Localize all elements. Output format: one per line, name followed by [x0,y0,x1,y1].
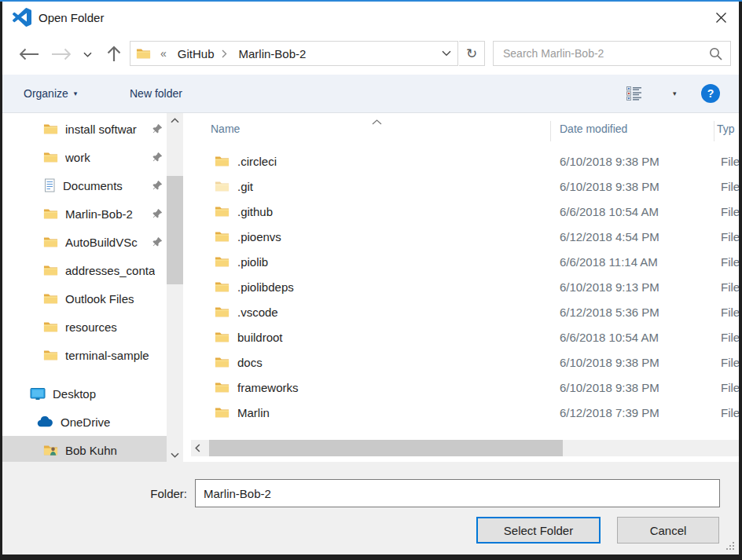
file-row-vscode[interactable]: .vscode6/12/2018 5:36 PMFile [183,299,739,324]
file-row-frameworks[interactable]: frameworks6/10/2018 9:38 PMFile [183,375,739,400]
file-type: File [721,331,739,344]
file-date-modified: 6/12/2018 7:39 PM [560,406,659,419]
file-date-modified: 6/12/2018 4:54 PM [560,230,659,243]
folder-icon [43,292,58,305]
file-type: File [721,356,739,369]
folder-icon [215,306,230,318]
pin-icon [152,123,163,134]
sidebar-item-resources[interactable]: resources [2,313,167,341]
sidebar-item-bob-kuhn[interactable]: Bob Kuhn [2,436,167,462]
scrollbar-thumb[interactable] [167,176,183,284]
search-icon[interactable] [709,47,722,60]
file-row-marlin[interactable]: Marlin6/12/2018 7:39 PMFile [183,400,739,425]
file-name: Marlin [237,406,270,419]
help-icon: ? [707,87,714,100]
folder-icon [215,205,230,218]
file-name: .piolib [237,255,268,269]
column-header-date-modified[interactable]: Date modified [560,123,627,135]
close-button[interactable] [709,5,733,29]
pin-icon [152,180,163,190]
navigation-bar: « GitHub Marlin-Bob-2 ↻ [2,33,739,75]
refresh-button[interactable]: ↻ [459,41,485,66]
file-name: .piolibdeps [237,280,294,294]
file-row-git[interactable]: .git6/10/2018 9:38 PMFile [183,174,739,199]
column-divider[interactable] [550,121,551,141]
sidebar-item-desktop[interactable]: Desktop [2,379,167,408]
onedrive-icon [37,416,53,427]
scroll-up-button[interactable] [167,113,183,127]
sidebar-item-work[interactable]: work [2,143,167,171]
scroll-down-button[interactable] [167,448,183,462]
organize-button[interactable]: Organize ▾ [19,75,82,112]
sidebar-item-outlook-files[interactable]: Outlook Files [2,284,167,313]
sidebar-item-documents[interactable]: Documents [2,171,167,199]
column-header-type[interactable]: Typ [717,123,735,135]
sidebar-item-label: OneDrive [61,415,110,429]
titlebar: Open Folder [2,2,739,33]
file-row-pioenvs[interactable]: .pioenvs6/12/2018 4:54 PMFile [183,224,739,249]
sidebar-item-label: Desktop [53,387,96,401]
sidebar-item-label: AutoBuildVSc [65,236,138,249]
recent-locations-button[interactable] [82,51,93,58]
folder-name-input[interactable] [195,479,720,507]
chevron-up-icon [171,118,179,123]
chevron-down-icon [83,52,92,57]
sidebar-item-label: Marlin-Bob-2 [65,207,133,221]
breadcrumb-overflow-chevrons[interactable]: « [160,47,167,60]
column-header-row: Name Date modified Typ [183,113,739,148]
chevron-down-icon [442,50,451,57]
sidebar-item-label: Outlook Files [65,292,134,306]
scrollbar-thumb[interactable] [209,440,563,456]
breadcrumb-item-github[interactable]: GitHub [174,46,218,62]
sidebar-item-autobuildvsc[interactable]: AutoBuildVSc [2,228,167,256]
pin-icon [152,236,163,247]
file-type: File [721,155,739,168]
breadcrumb-item-marlin-bob-2[interactable]: Marlin-Bob-2 [235,46,309,62]
select-folder-button[interactable]: Select Folder [476,517,601,544]
view-options-caret-button[interactable]: ▾ [668,86,681,101]
resize-grip[interactable] [725,540,735,554]
file-name: .git [237,180,253,193]
address-folder-icon [136,47,151,60]
file-name: docs [237,356,263,369]
column-divider[interactable] [714,121,714,141]
file-row-circleci[interactable]: .circleci6/10/2018 9:38 PMFile [183,148,739,174]
sidebar-scrollbar[interactable] [167,113,183,462]
sidebar-item-label: Documents [63,179,123,192]
file-date-modified: 6/10/2018 9:13 PM [560,280,659,294]
cancel-button[interactable]: Cancel [617,517,719,544]
file-row-piolibdeps[interactable]: .piolibdeps6/10/2018 9:13 PMFile [183,274,739,299]
sidebar-item-onedrive[interactable]: OneDrive [2,408,167,436]
file-row-buildroot[interactable]: buildroot6/6/2018 10:54 AMFile [183,324,739,350]
up-button[interactable] [105,45,123,62]
file-date-modified: 6/6/2018 10:54 AM [560,205,659,218]
help-button[interactable]: ? [701,84,720,103]
file-row-piolib[interactable]: .piolib6/6/2018 11:14 AMFile [183,249,739,274]
new-folder-button[interactable]: New folder [125,75,187,112]
column-header-name[interactable]: Name [211,123,240,135]
folder-icon [43,349,58,361]
file-date-modified: 6/10/2018 9:38 PM [560,381,659,394]
file-row-docs[interactable]: docs6/10/2018 9:38 PMFile [183,350,739,375]
sidebar-item-terminal-sample[interactable]: terminal-sample [2,341,167,369]
address-bar[interactable]: « GitHub Marlin-Bob-2 [130,41,458,66]
back-button[interactable] [17,47,40,61]
breadcrumb-separator-icon [222,49,227,58]
close-icon [715,12,727,24]
scroll-left-button[interactable] [191,440,204,456]
address-dropdown-button[interactable] [435,42,457,65]
horizontal-scrollbar[interactable] [191,440,739,456]
change-view-button[interactable] [626,86,643,101]
organize-label: Organize [24,87,68,100]
folder-icon [215,381,230,393]
chevron-down-icon [171,452,179,458]
file-name: .github [237,205,273,218]
sidebar-item-install-softwar[interactable]: install softwar [2,115,167,143]
sidebar-item-marlin-bob-2[interactable]: Marlin-Bob-2 [2,199,167,228]
search-input[interactable] [494,47,709,60]
folder-icon [43,207,58,220]
forward-button[interactable] [50,47,73,61]
new-folder-label: New folder [130,87,182,100]
sidebar-item-addresses-conta[interactable]: addresses_conta [2,256,167,284]
file-row-github[interactable]: .github6/6/2018 10:54 AMFile [183,199,739,224]
